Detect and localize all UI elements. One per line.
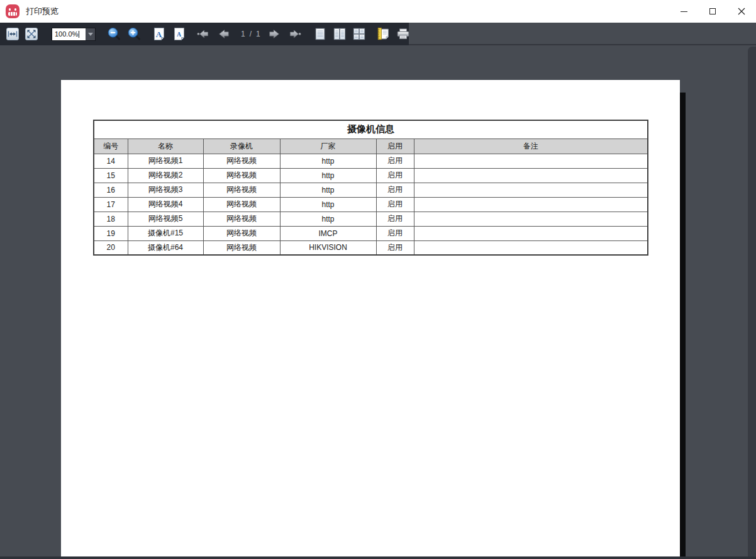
zoom-in-button[interactable] bbox=[127, 27, 141, 41]
table-cell: http bbox=[280, 212, 376, 226]
table-row: 15网络视频2网络视频http启用 bbox=[94, 168, 648, 183]
table-cell: 19 bbox=[94, 226, 128, 240]
chevron-down-icon bbox=[88, 33, 93, 36]
svg-text:A: A bbox=[177, 31, 182, 38]
table-cell: 14 bbox=[94, 154, 128, 168]
table-cell: http bbox=[280, 183, 376, 197]
table-cell: HIKVISION bbox=[280, 240, 376, 255]
page-total: 1 bbox=[256, 30, 261, 38]
column-header: 编号 bbox=[94, 138, 128, 154]
table-cell: 摄像机#15 bbox=[128, 226, 203, 240]
fit-page-button[interactable] bbox=[25, 27, 38, 41]
table-cell bbox=[414, 183, 648, 197]
report-header-row: 编号 名称 录像机 厂家 启用 备注 bbox=[94, 138, 648, 154]
fit-width-button[interactable] bbox=[6, 27, 19, 41]
table-cell: 网络视频 bbox=[203, 226, 280, 240]
vertical-scrollbar[interactable] bbox=[748, 47, 756, 556]
zoom-out-button[interactable] bbox=[107, 27, 121, 41]
first-page-button[interactable] bbox=[196, 27, 210, 41]
table-row: 19摄像机#15网络视频IMCP启用 bbox=[94, 226, 648, 240]
table-cell: 启用 bbox=[376, 168, 414, 183]
column-header: 录像机 bbox=[203, 138, 280, 154]
table-cell: 启用 bbox=[376, 154, 414, 168]
table-cell: 启用 bbox=[376, 240, 414, 255]
maximize-icon bbox=[709, 8, 716, 14]
close-button[interactable] bbox=[727, 0, 756, 23]
table-row: 17网络视频4网络视频http启用 bbox=[94, 197, 648, 212]
table-row: 14网络视频1网络视频http启用 bbox=[94, 154, 648, 168]
table-cell: 18 bbox=[94, 212, 128, 226]
table-cell: 网络视频 bbox=[203, 197, 280, 212]
font-decrease-button[interactable]: A bbox=[172, 27, 186, 41]
print-icon bbox=[396, 26, 410, 42]
table-cell bbox=[414, 197, 648, 212]
table-cell: 16 bbox=[94, 183, 128, 197]
table-cell: 启用 bbox=[376, 197, 414, 212]
table-row: 18网络视频5网络视频http启用 bbox=[94, 212, 648, 226]
table-cell: http bbox=[280, 197, 376, 212]
preview-workspace: 摄像机信息 编号 名称 录像机 厂家 启用 备注 14网络视频1网络视频http… bbox=[0, 47, 756, 556]
table-cell bbox=[414, 226, 648, 240]
column-header: 启用 bbox=[376, 138, 414, 154]
table-row: 20摄像机#64网络视频HIKVISION启用 bbox=[94, 240, 648, 255]
camera-report-table: 摄像机信息 编号 名称 录像机 厂家 启用 备注 14网络视频1网络视频http… bbox=[93, 120, 648, 256]
page-indicator: 1/1 bbox=[239, 30, 263, 38]
table-cell: 网络视频4 bbox=[128, 197, 203, 212]
next-page-button[interactable] bbox=[268, 27, 282, 41]
report-table-body: 14网络视频1网络视频http启用15网络视频2网络视频http启用16网络视频… bbox=[94, 154, 648, 255]
table-row: 16网络视频3网络视频http启用 bbox=[94, 183, 648, 197]
column-header: 备注 bbox=[414, 138, 648, 154]
last-page-button[interactable] bbox=[288, 27, 302, 41]
toolbar-band: 100.0% bbox=[0, 23, 409, 45]
font-increase-button[interactable]: A bbox=[152, 27, 166, 41]
column-header: 厂家 bbox=[280, 138, 376, 154]
four-page-layout-button[interactable] bbox=[352, 27, 366, 41]
table-cell bbox=[414, 212, 648, 226]
zoom-in-icon bbox=[127, 27, 141, 41]
next-page-icon bbox=[268, 27, 282, 41]
table-cell: 网络视频 bbox=[203, 183, 280, 197]
table-cell: 网络视频 bbox=[203, 154, 280, 168]
page-setup-icon bbox=[376, 26, 390, 42]
fit-page-icon bbox=[25, 28, 38, 40]
table-cell: 网络视频 bbox=[203, 212, 280, 226]
table-cell: 20 bbox=[94, 240, 128, 255]
window-title: 打印预览 bbox=[26, 6, 58, 17]
single-page-layout-button[interactable] bbox=[313, 27, 327, 41]
zoom-out-icon bbox=[107, 27, 121, 41]
minimize-button[interactable] bbox=[669, 0, 698, 23]
font-increase-icon: A bbox=[152, 27, 166, 41]
two-page-layout-button[interactable] bbox=[333, 27, 347, 41]
table-cell: IMCP bbox=[280, 226, 376, 240]
titlebar: 打印预览 bbox=[0, 0, 756, 23]
table-cell: http bbox=[280, 154, 376, 168]
table-cell: 17 bbox=[94, 197, 128, 212]
table-cell: 网络视频2 bbox=[128, 168, 203, 183]
table-cell bbox=[414, 154, 648, 168]
preview-page: 摄像机信息 编号 名称 录像机 厂家 启用 备注 14网络视频1网络视频http… bbox=[61, 80, 680, 556]
font-decrease-icon: A bbox=[172, 27, 186, 41]
report-title: 摄像机信息 bbox=[94, 120, 648, 138]
two-page-icon bbox=[333, 26, 347, 42]
zoom-dropdown-button[interactable] bbox=[86, 28, 95, 40]
last-page-icon bbox=[288, 27, 302, 41]
toolbar: 100.0% bbox=[0, 23, 756, 45]
table-cell: 网络视频5 bbox=[128, 212, 203, 226]
single-page-icon bbox=[313, 26, 327, 42]
table-cell: http bbox=[280, 168, 376, 183]
report-title-row: 摄像机信息 bbox=[94, 120, 648, 138]
fit-width-icon bbox=[6, 28, 19, 40]
table-cell: 启用 bbox=[376, 226, 414, 240]
page-setup-button[interactable] bbox=[376, 27, 390, 41]
prev-page-button[interactable] bbox=[216, 27, 230, 41]
table-cell: 网络视频 bbox=[203, 240, 280, 255]
app-logo-icon bbox=[6, 4, 19, 18]
zoom-input[interactable]: 100.0% bbox=[52, 28, 86, 40]
maximize-button[interactable] bbox=[698, 0, 727, 23]
first-page-icon bbox=[196, 27, 210, 41]
four-page-icon bbox=[352, 26, 366, 42]
zoom-combobox: 100.0% bbox=[52, 28, 96, 41]
print-button[interactable] bbox=[396, 27, 410, 41]
svg-text:A: A bbox=[156, 30, 162, 39]
window-bottom-edge bbox=[0, 556, 756, 559]
